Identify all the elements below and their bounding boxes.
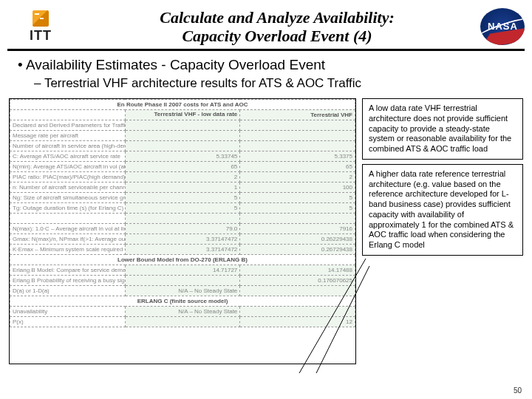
table-row-label: Message rate per aircraft: [10, 131, 126, 141]
table-row-val-b: [240, 214, 355, 224]
table-row-val-b: 12: [240, 317, 355, 327]
table-row-val-a: N/A – No Steady State: [125, 286, 240, 296]
table-row-label: Declared and Derived Parameters for Traf…: [10, 120, 126, 131]
note-low-data-rate: A low data rate VHF terrestrial architec…: [362, 98, 523, 160]
table-row-val-a: 5: [125, 193, 240, 203]
data-table-container: En Route Phase II 2007 costs for ATS and…: [9, 98, 356, 364]
table-row-val-a: N/A – No Steady State: [125, 307, 240, 317]
table-row-label: D(a) or 1-D(a): [10, 286, 126, 296]
page-number: 50: [514, 386, 522, 395]
table-row-val-b: 65: [240, 162, 355, 172]
table-row-label: PIAC ratio: PIAC(max)/PIAC(high demand): [10, 172, 126, 183]
slide-header: ITT Calculate and Analyze Availability: …: [0, 0, 532, 49]
table-row-val-b: 0.26229438: [240, 234, 355, 245]
table-row-val-a: [125, 317, 240, 327]
table-row-val-a: 79.0: [125, 224, 240, 234]
table-row-label: P(x): [10, 317, 126, 327]
table-row-label: Erlang B Model: Compare for service dema…: [10, 265, 126, 276]
table-row-val-b: 7916: [240, 224, 355, 234]
table-row-val-b: [240, 120, 355, 131]
table-row-val-b: 0.26729438: [240, 245, 355, 255]
table-row-val-b: 5: [240, 203, 355, 214]
table-row-val-a: 5: [125, 203, 240, 214]
table-row-label: n: Number of aircraft serviceable per ch…: [10, 183, 126, 193]
table-row-val-a: [125, 276, 240, 286]
slide-title-line1: Calculate and Analyze Availability:: [74, 8, 480, 27]
table-row-val-a: [125, 214, 240, 224]
section2-header: Lower Bound Model from DO-270 (ERLANG B): [10, 255, 355, 265]
table-row-val-a: 5.33745: [125, 151, 240, 162]
table-row-label: K·Emax – Minimum system scale required f…: [10, 245, 126, 255]
bullet-block: Availability Estimates - Capacity Overlo…: [0, 57, 532, 91]
table-row-label: [10, 214, 126, 224]
table-row-val-b: [240, 307, 355, 317]
table-row-val-a: 2: [125, 172, 240, 183]
table-row-label: Tg: Outage duration time (s) (for Erlang…: [10, 203, 126, 214]
table-row-val-b: 5: [240, 193, 355, 203]
table-row-label: C: Average ATS/AOC aircraft service rate: [10, 151, 126, 162]
col-header-b: Terrestrial VHF: [240, 110, 355, 120]
section3-header: ERLANG C (finite source model): [10, 296, 355, 307]
table-row-label: Number of aircraft in service area (high…: [10, 141, 126, 151]
table-row-val-a: 3.37147472: [125, 245, 240, 255]
nasa-logo: NASA: [480, 8, 525, 45]
itt-logo-text: ITT: [30, 28, 52, 44]
table-row-val-b: 14.17488: [240, 265, 355, 276]
data-table: En Route Phase II 2007 costs for ATS and…: [10, 99, 355, 327]
bullet-level1: Availability Estimates - Capacity Overlo…: [18, 57, 514, 73]
itt-logo-icon: [33, 10, 49, 27]
bullet-level2: Terrestrial VHF architecture results for…: [34, 76, 514, 91]
table-row-label: N(min): Average ATS/AOC aircraft in vol …: [10, 162, 126, 172]
table-row-val-b: 100: [240, 183, 355, 193]
table-top-header: En Route Phase II 2007 costs for ATS and…: [10, 100, 355, 110]
table-row-label: N(max): 1.0·C – Average aircraft in vol …: [10, 224, 126, 234]
table-row-val-a: 65: [125, 162, 240, 172]
table-row-label: Gmax: N(max)/n, NPmax if(>1: Average out…: [10, 234, 126, 245]
col-header-a: Terrestrial VHF - low data rate: [125, 110, 240, 120]
table-row-label: Ng: Size of aircraft simultaneous servic…: [10, 193, 126, 203]
table-row-val-a: [125, 141, 240, 151]
lower-area: En Route Phase II 2007 costs for ATS and…: [0, 98, 532, 364]
table-row-val-a: [125, 131, 240, 141]
table-row-val-b: [240, 141, 355, 151]
table-row-val-a: [125, 120, 240, 131]
slide-title-line2: Capacity Overload Event (4): [74, 27, 480, 45]
slide-title: Calculate and Analyze Availability: Capa…: [74, 8, 480, 46]
header-rule: [7, 49, 525, 51]
table-row-val-a: 1: [125, 183, 240, 193]
notes-column: A low data rate VHF terrestrial architec…: [362, 98, 523, 364]
table-row-val-b: [240, 286, 355, 296]
table-row-val-a: 3.37147472: [125, 234, 240, 245]
itt-logo: ITT: [7, 10, 74, 44]
table-row-val-b: 5.3375: [240, 151, 355, 162]
note-high-data-rate: A higher data rate reference terrestrial…: [362, 164, 523, 256]
table-row-val-a: 14.71727: [125, 265, 240, 276]
table-row-label: Unavailability: [10, 307, 126, 317]
nasa-logo-text: NASA: [488, 21, 518, 32]
table-row-val-b: 0.176070625: [240, 276, 355, 286]
table-row-val-b: 2: [240, 172, 355, 183]
table-row-val-b: [240, 131, 355, 141]
table-row-label: Erlang B Probability of receiving a busy…: [10, 276, 126, 286]
